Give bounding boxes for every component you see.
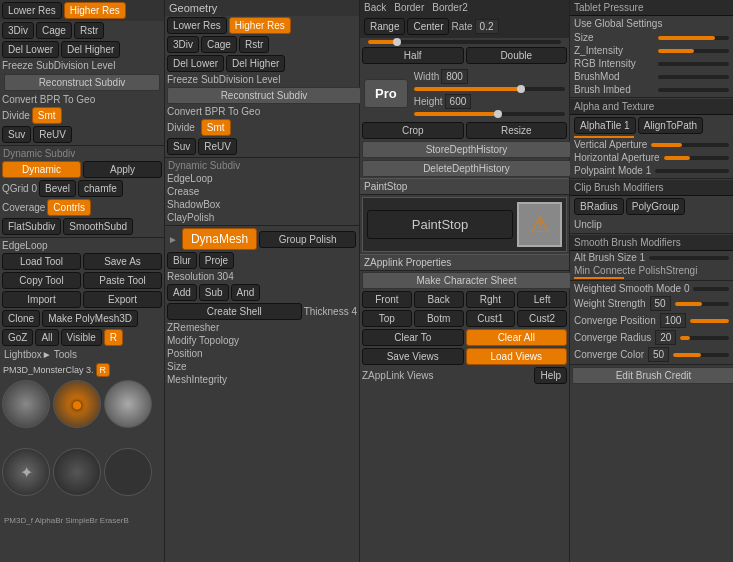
suv-c[interactable]: Suv: [167, 138, 196, 155]
goz-btn[interactable]: GoZ: [2, 329, 33, 346]
top-btn[interactable]: Top: [362, 310, 412, 327]
border-tab[interactable]: Border: [394, 2, 424, 13]
higher-res-btn[interactable]: Higher Res: [64, 2, 126, 19]
chamfer-btn-l[interactable]: chamfe: [78, 180, 123, 197]
center-btn[interactable]: Center: [407, 18, 449, 35]
alphatile-btn[interactable]: AlphaTile 1: [574, 117, 636, 134]
and-c[interactable]: And: [231, 284, 261, 301]
aligntopath-btn[interactable]: AlignToPath: [638, 117, 703, 134]
suv-btn-l[interactable]: Suv: [2, 126, 31, 143]
del-higher-btn-l[interactable]: Del Higher: [61, 41, 120, 58]
apply-btn-l[interactable]: Apply: [83, 161, 162, 178]
vertical-aperture-slider[interactable]: [651, 143, 729, 147]
left-btn[interactable]: Left: [517, 291, 567, 308]
botm-btn[interactable]: Botm: [414, 310, 464, 327]
thumbnail-5[interactable]: [53, 448, 101, 496]
sub-c[interactable]: Sub: [199, 284, 229, 301]
3div-btn-l[interactable]: 3Div: [2, 22, 34, 39]
create-shell-c[interactable]: Create Shell: [167, 303, 302, 320]
thumbnail-2[interactable]: ●: [53, 380, 101, 428]
all-btn[interactable]: All: [35, 329, 58, 346]
paintstop-btn[interactable]: PaintStop: [367, 210, 513, 239]
weight-strength-slider[interactable]: [675, 302, 729, 306]
save-views-btn[interactable]: Save Views: [362, 348, 464, 365]
r2-btn[interactable]: R: [96, 363, 111, 377]
weighted-smooth-slider[interactable]: [693, 287, 729, 291]
cust1-btn[interactable]: Cust1: [466, 310, 516, 327]
blur-c[interactable]: Blur: [167, 252, 197, 269]
controls-btn-l[interactable]: Contrls: [47, 199, 91, 216]
make-char-btn[interactable]: Make Character Sheet: [362, 272, 571, 289]
rate-slider[interactable]: [368, 40, 561, 44]
make-polymesh3d-btn[interactable]: Make PolyMesh3D: [42, 310, 138, 327]
reuv-btn-l[interactable]: ReUV: [33, 126, 72, 143]
edit-brush-credit-btn[interactable]: Edit Brush Credit: [572, 367, 733, 384]
sdiv-cage-c[interactable]: Cage: [201, 36, 237, 53]
rgb-intensity-slider[interactable]: [658, 62, 729, 66]
visible-btn[interactable]: Visible: [61, 329, 102, 346]
sdiv-3div-c[interactable]: 3Div: [167, 36, 199, 53]
half-btn[interactable]: Half: [362, 47, 464, 64]
save-as-btn[interactable]: Save As: [83, 253, 162, 270]
size-slider[interactable]: [658, 36, 729, 40]
reconstruct-btn-l[interactable]: Reconstruct Subdiv: [4, 74, 160, 91]
del-higher-c[interactable]: Del Higher: [226, 55, 285, 72]
reconstruct-c[interactable]: Reconstruct Subdiv: [167, 87, 361, 104]
reuv-c[interactable]: ReUV: [198, 138, 237, 155]
converge-radius-slider[interactable]: [680, 336, 729, 340]
bevel-btn-l[interactable]: Bevel: [39, 180, 76, 197]
group-polish-c[interactable]: Group Polish: [259, 231, 356, 248]
clear-all-btn[interactable]: Clear All: [466, 329, 568, 346]
sdiv-rstr-c[interactable]: Rstr: [239, 36, 269, 53]
proje-c[interactable]: Proje: [199, 252, 234, 269]
lower-res-c[interactable]: Lower Res: [167, 17, 227, 34]
width-slider[interactable]: [414, 87, 565, 91]
load-tool-btn[interactable]: Load Tool: [2, 253, 81, 270]
back-tab[interactable]: Back: [364, 2, 386, 13]
range-btn[interactable]: Range: [364, 18, 405, 35]
smoothsubd-btn-l[interactable]: SmoothSubd: [63, 218, 133, 235]
help-btn[interactable]: Help: [534, 367, 567, 384]
pro-btn[interactable]: Pro: [364, 79, 408, 108]
higher-res-c[interactable]: Higher Res: [229, 17, 291, 34]
resize-btn[interactable]: Resize: [466, 122, 568, 139]
flatsubdiv-btn-l[interactable]: FlatSubdiv: [2, 218, 61, 235]
thumbnail-3[interactable]: [104, 380, 152, 428]
add-c[interactable]: Add: [167, 284, 197, 301]
z-intensity-slider[interactable]: [658, 49, 729, 53]
paste-tool-btn[interactable]: Paste Tool: [83, 272, 162, 289]
dynamic-btn-l[interactable]: Dynamic: [2, 161, 81, 178]
brush-imbed-slider[interactable]: [658, 88, 729, 92]
crop-btn[interactable]: Crop: [362, 122, 464, 139]
bradius-btn[interactable]: BRadius: [574, 198, 624, 215]
clear-to-btn[interactable]: Clear To: [362, 329, 464, 346]
store-depth-btn[interactable]: StoreDepthHistory: [362, 141, 571, 158]
thumbnail-6[interactable]: [104, 448, 152, 496]
brushmod-slider[interactable]: [658, 75, 729, 79]
cust2-btn[interactable]: Cust2: [517, 310, 567, 327]
del-lower-btn-l[interactable]: Del Lower: [2, 41, 59, 58]
height-slider[interactable]: [414, 112, 565, 116]
load-views-btn[interactable]: Load Views: [466, 348, 568, 365]
polygroup-btn[interactable]: PolyGroup: [626, 198, 685, 215]
clone-btn[interactable]: Clone: [2, 310, 40, 327]
smt-c[interactable]: Smt: [201, 119, 231, 136]
export-btn[interactable]: Export: [83, 291, 162, 308]
double-btn[interactable]: Double: [466, 47, 568, 64]
delete-depth-btn[interactable]: DeleteDepthHistory: [362, 160, 571, 177]
horizontal-aperture-slider[interactable]: [664, 156, 729, 160]
thumbnail-4[interactable]: ✦: [2, 448, 50, 496]
rght-btn[interactable]: Rght: [466, 291, 516, 308]
copy-tool-btn[interactable]: Copy Tool: [2, 272, 81, 289]
lower-res-btn[interactable]: Lower Res: [2, 2, 62, 19]
import-btn[interactable]: Import: [2, 291, 81, 308]
del-lower-c[interactable]: Del Lower: [167, 55, 224, 72]
smt-btn-l[interactable]: Smt: [32, 107, 62, 124]
dynamesh-btn-c[interactable]: DynaMesh: [182, 228, 257, 250]
rstr-btn-l[interactable]: Rstr: [74, 22, 104, 39]
border2-tab[interactable]: Border2: [432, 2, 468, 13]
converge-position-slider[interactable]: [690, 319, 729, 323]
alt-brush-slider[interactable]: [649, 256, 729, 260]
thumbnail-1[interactable]: [2, 380, 50, 428]
cage-btn-l[interactable]: Cage: [36, 22, 72, 39]
